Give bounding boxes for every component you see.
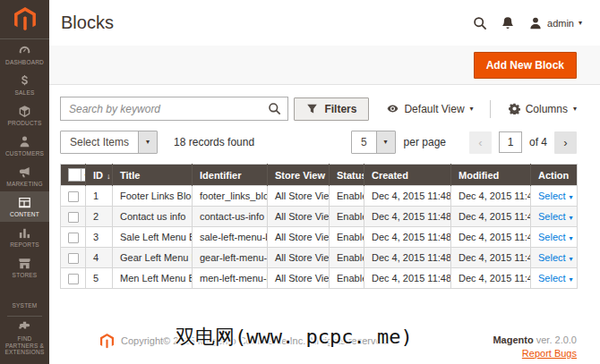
column-header-identifier[interactable]: Identifier — [193, 165, 268, 186]
row-select-action[interactable]: Select — [538, 252, 566, 263]
row-select-action[interactable]: Select — [538, 211, 566, 222]
blocks-table: ▾ ID↓ Title Identifier Store View Status… — [60, 164, 578, 289]
cell-modified: Dec 4, 2015 11:48:10 AM — [451, 227, 531, 248]
caret-down-icon[interactable]: ▾ — [81, 169, 86, 181]
cell-created: Dec 4, 2015 11:48:10 AM — [364, 268, 451, 289]
cell-status: Enabled — [330, 207, 364, 227]
cell-action: Select▾ — [531, 207, 578, 227]
sidebar-item-dashboard[interactable]: DASHBOARD — [0, 39, 49, 70]
pagination-group: 5 ▾ per page ‹ of 4 › — [351, 131, 577, 154]
columns-dropdown[interactable]: Columns ▾ — [509, 103, 577, 115]
row-select-action[interactable]: Select — [538, 232, 566, 242]
per-page-select[interactable]: 5 ▾ — [351, 131, 396, 154]
row-select-action[interactable]: Select — [538, 190, 566, 201]
grid-area: Filters Default View ▾ Columns ▾ — [49, 85, 600, 289]
filter-funnel-icon — [306, 103, 318, 114]
caret-down-icon: ▾ — [570, 275, 573, 284]
sidebar: DASHBOARD SALES PRODUCTS CUSTOMERS MARKE… — [0, 0, 49, 364]
header-actions: admin ▾ — [473, 16, 582, 30]
mass-action-select[interactable]: Select Items ▾ — [60, 131, 158, 154]
select-all-checkbox[interactable] — [69, 169, 81, 181]
grid-view-controls: Filters Default View ▾ Columns ▾ — [294, 97, 577, 121]
default-view-dropdown[interactable]: Default View ▾ — [387, 103, 473, 115]
magento-logo[interactable] — [0, 0, 49, 39]
page-title: Blocks — [61, 13, 114, 33]
sidebar-item-system[interactable]: SYSTEM — [0, 283, 49, 313]
table-row: 4 Gear Left Menu Block gear-left-menu-bl… — [61, 248, 578, 268]
sidebar-item-customers[interactable]: CUSTOMERS — [0, 131, 49, 161]
cell-identifier: footer_links_block — [193, 186, 268, 207]
notifications-bell-icon[interactable] — [501, 16, 515, 30]
blocks-table-body: 1 Footer Links Block footer_links_block … — [61, 186, 578, 289]
cell-action: Select▾ — [531, 186, 578, 207]
footer-brand: Magento — [493, 334, 533, 345]
sidebar-item-stores[interactable]: STORES — [0, 252, 49, 283]
admin-account-menu[interactable]: admin ▾ — [528, 16, 582, 30]
sidebar-item-products[interactable]: PRODUCTS — [0, 100, 49, 131]
column-header-id[interactable]: ID↓ — [86, 165, 113, 186]
magento-logo-icon — [14, 7, 36, 31]
next-page-button[interactable]: › — [554, 131, 577, 154]
mass-action-value: Select Items — [61, 131, 138, 153]
caret-down-icon: ▾ — [573, 106, 577, 113]
mass-action-row: Select Items ▾ 18 records found 5 ▾ per … — [60, 131, 577, 154]
column-header-created[interactable]: Created — [364, 165, 451, 186]
divider — [490, 100, 491, 118]
page-actions-band: Add New Block — [49, 46, 600, 85]
cell-identifier: sale-left-menu-block — [193, 227, 268, 248]
per-page-value: 5 — [352, 131, 376, 153]
cell-identifier: contact-us-info — [193, 207, 268, 227]
previous-page-button: ‹ — [469, 131, 492, 154]
sidebar-item-content[interactable]: CONTENT — [0, 191, 49, 222]
cell-store-view: All Store Views — [268, 268, 330, 289]
column-header-store-view[interactable]: Store View — [268, 165, 330, 186]
sidebar-item-find-partners-extensions[interactable]: FIND PARTNERS & EXTENSIONS — [0, 319, 49, 357]
select-all-dropdown[interactable]: ▾ — [68, 168, 86, 182]
caret-down-icon: ▾ — [138, 131, 157, 153]
cell-title: Sale Left Menu Block — [113, 227, 193, 248]
keyword-search-box — [60, 97, 288, 121]
cell-id: 1 — [86, 186, 113, 207]
cell-store-view: All Store Views — [268, 227, 330, 248]
user-icon — [528, 16, 543, 30]
column-header-status[interactable]: Status — [330, 165, 364, 186]
cell-action: Select▾ — [531, 268, 578, 289]
row-checkbox[interactable] — [68, 274, 79, 284]
row-checkbox[interactable] — [68, 191, 79, 202]
reports-icon — [18, 226, 31, 240]
table-row: 3 Sale Left Menu Block sale-left-menu-bl… — [61, 227, 578, 248]
cell-status: Enabled — [330, 186, 364, 207]
cell-modified: Dec 4, 2015 11:48:10 AM — [451, 186, 531, 207]
row-checkbox[interactable] — [68, 233, 79, 243]
row-select-action[interactable]: Select — [538, 273, 566, 284]
row-checkbox[interactable] — [68, 212, 79, 223]
global-search-icon[interactable] — [473, 16, 487, 30]
search-icon[interactable] — [268, 102, 281, 115]
cell-store-view: All Store Views — [268, 207, 330, 227]
total-pages-label: of 4 — [529, 136, 547, 148]
current-page-input[interactable] — [499, 131, 522, 153]
stores-icon — [18, 257, 31, 270]
columns-label: Columns — [526, 103, 568, 115]
sidebar-item-reports[interactable]: REPORTS — [0, 222, 49, 252]
find-partners-icon — [18, 320, 31, 334]
caret-down-icon: ▾ — [579, 20, 582, 27]
cell-title: Gear Left Menu Block — [113, 248, 193, 268]
sidebar-item-marketing[interactable]: MARKETING — [0, 161, 49, 191]
sales-icon — [18, 74, 31, 88]
add-new-block-button[interactable]: Add New Block — [474, 52, 577, 79]
report-bugs-link[interactable]: Report Bugs — [522, 348, 577, 359]
search-input[interactable] — [69, 103, 268, 115]
sidebar-item-sales[interactable]: SALES — [0, 70, 49, 100]
column-header-title[interactable]: Title — [113, 165, 193, 186]
cell-action: Select▾ — [531, 227, 578, 248]
sidebar-divider — [7, 316, 42, 317]
row-checkbox[interactable] — [68, 253, 79, 264]
row-checkbox-cell — [61, 186, 86, 207]
cell-modified: Dec 4, 2015 11:48:10 AM — [451, 248, 531, 268]
marketing-icon — [18, 165, 31, 179]
filters-button[interactable]: Filters — [294, 97, 369, 121]
caret-down-icon: ▾ — [570, 255, 573, 263]
column-header-modified[interactable]: Modified — [451, 165, 531, 186]
row-checkbox-cell — [61, 268, 86, 289]
